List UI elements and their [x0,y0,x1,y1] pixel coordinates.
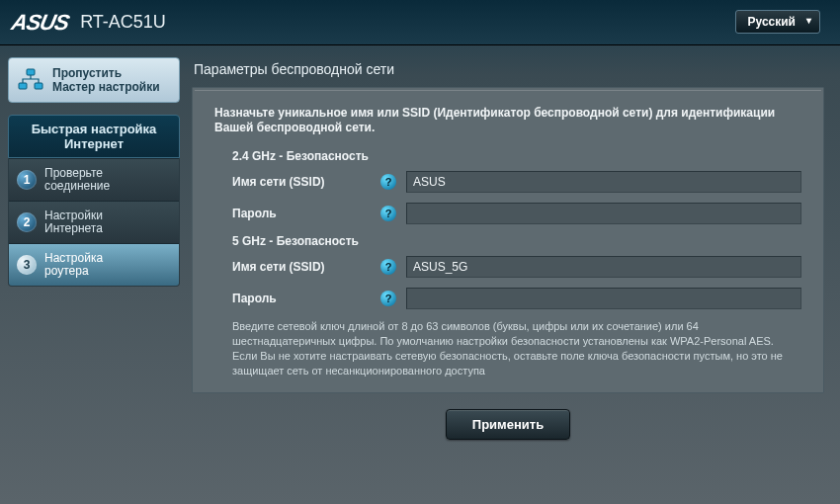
step-number-badge: 1 [17,170,37,190]
section-24ghz-title: 2.4 GHz - Безопасность [232,149,801,163]
panel-intro: Назначьте уникальное имя или SSID (Идент… [214,106,801,135]
apply-row: Применить [192,409,824,440]
svg-rect-0 [27,69,35,75]
page-body: Пропустить Мастер настройки Быстрая наст… [0,45,840,504]
main-content: Параметры беспроводной сети Назначьте ун… [188,45,840,504]
step-internet-settings[interactable]: 2 Настройки Интернета [9,201,179,243]
step-number-badge: 2 [17,212,37,232]
sidebar: Пропустить Мастер настройки Быстрая наст… [0,45,188,504]
model-name: RT-AC51U [80,12,166,33]
row-ssid-24: Имя сети (SSID) ? [232,171,801,193]
password-5-input[interactable] [406,288,801,309]
wireless-settings-panel: Назначьте уникальное имя или SSID (Идент… [192,87,824,393]
language-select[interactable]: Русский [735,10,821,34]
label-ssid: Имя сети (SSID) [232,260,380,274]
row-password-5: Пароль ? [232,288,801,309]
svg-rect-1 [19,83,27,89]
help-icon[interactable]: ? [380,259,396,275]
password-24-input[interactable] [406,203,801,224]
panel-title: Параметры беспроводной сети [194,61,824,77]
step-router-setup[interactable]: 3 Настройка роутера [9,243,179,286]
apply-button[interactable]: Применить [446,409,570,440]
row-password-24: Пароль ? [232,203,801,224]
row-ssid-5: Имя сети (SSID) ? [232,256,801,278]
top-bar: ASUS RT-AC51U Русский [0,0,840,45]
step-number-badge: 3 [17,255,37,275]
wizard-steps: 1 Проверьте соединение 2 Настройки Интер… [8,158,180,287]
svg-rect-2 [35,83,42,89]
section-5ghz-title: 5 GHz - Безопасность [232,234,801,248]
skip-wizard-label: Пропустить Мастер настройки [52,66,160,94]
skip-wizard-button[interactable]: Пропустить Мастер настройки [8,57,180,103]
step-check-connection[interactable]: 1 Проверьте соединение [9,158,179,201]
label-password: Пароль [232,207,380,220]
help-icon[interactable]: ? [380,174,396,190]
qis-title: Быстрая настройка Интернет [8,115,180,158]
step-label: Проверьте соединение [44,167,110,193]
label-ssid: Имя сети (SSID) [232,175,380,189]
help-icon[interactable]: ? [380,206,396,221]
security-hint: Введите сетевой ключ длиной от 8 до 63 с… [232,319,801,378]
step-label: Настройка роутера [44,252,103,278]
label-password: Пароль [232,292,380,305]
ssid-5-input[interactable] [406,256,801,278]
help-icon[interactable]: ? [380,291,396,306]
network-icon [17,68,44,92]
step-label: Настройки Интернета [44,210,103,235]
brand-logo: ASUS [9,10,71,36]
ssid-24-input[interactable] [406,171,801,193]
